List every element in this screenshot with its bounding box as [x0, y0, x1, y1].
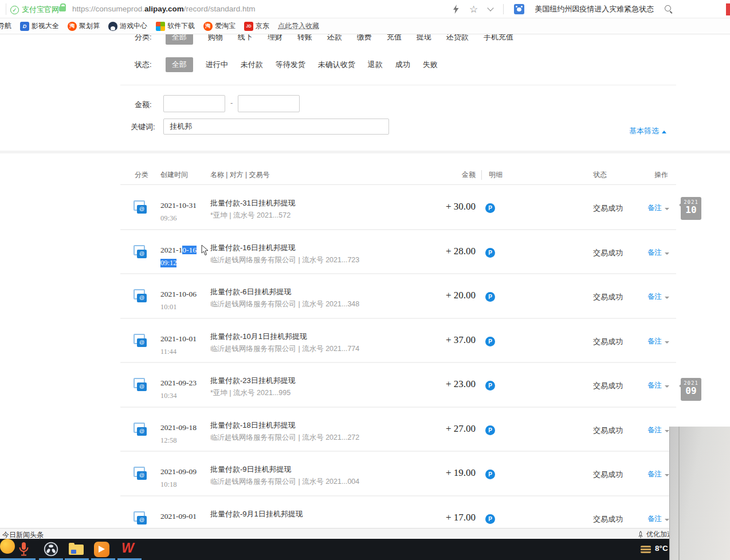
windows-icon — [156, 22, 165, 31]
row-amount: + 20.00 — [367, 290, 476, 301]
row-status: 交易成功 — [593, 381, 623, 391]
detail-icon[interactable]: P — [485, 203, 495, 213]
amount-max-input[interactable] — [238, 95, 300, 112]
row-created-time: 10:01 — [160, 303, 176, 311]
site-identity-badge[interactable]: ✓ 支付宝官网 — [10, 5, 59, 15]
active-app-indicator — [39, 558, 63, 560]
remark-button[interactable]: 备注 — [647, 381, 669, 391]
divider — [6, 3, 6, 15]
bookmark-item[interactable]: JD京东 — [244, 21, 269, 31]
detail-icon[interactable]: P — [485, 514, 495, 524]
row-amount: + 23.00 — [367, 378, 476, 390]
bookmark-star-icon[interactable]: ☆ — [469, 5, 478, 14]
detail-icon[interactable]: P — [485, 292, 495, 302]
status-option[interactable]: 等待发货 — [276, 60, 305, 70]
bookmark-item[interactable]: 淘聚划算 — [68, 21, 100, 31]
basic-filter-link[interactable]: 基本筛选 — [629, 126, 666, 136]
remark-button[interactable]: 备注 — [647, 425, 669, 435]
news-logo-icon[interactable] — [514, 4, 524, 14]
row-title: 批量付款-16日挂机邦提现 — [210, 243, 296, 253]
search-icon[interactable] — [664, 5, 673, 14]
remark-button[interactable]: 备注 — [647, 337, 669, 346]
detail-icon[interactable]: P — [485, 337, 495, 346]
header-created: 创建时间 — [160, 170, 188, 180]
row-created-time: 10:18 — [160, 480, 176, 489]
batch-payment-icon: @ — [134, 423, 148, 437]
category-option[interactable]: 手机充值 — [484, 34, 513, 42]
category-option[interactable]: 还款 — [327, 34, 342, 42]
category-option[interactable]: 全部 — [166, 34, 193, 45]
remark-button[interactable]: 备注 — [647, 514, 669, 524]
lightning-icon[interactable] — [453, 5, 459, 14]
category-option[interactable]: 理财 — [268, 34, 282, 42]
row-party: 临沂超钱网络服务有限公司 | 流水号 2021...272 — [210, 433, 359, 443]
batch-payment-icon: @ — [134, 289, 148, 304]
header-name: 名称 | 对方 | 交易号 — [210, 170, 270, 180]
category-option[interactable]: 提现 — [417, 34, 431, 42]
bookmark-label: 聚划算 — [79, 21, 100, 31]
bookmark-item[interactable]: 淘爱淘宝 — [203, 21, 236, 31]
active-app-indicator — [91, 558, 115, 560]
marker-month: 10 — [681, 205, 701, 215]
detail-icon[interactable]: P — [485, 425, 495, 435]
news-ticker[interactable]: 美国纽约州因疫情进入灾难紧急状态 — [535, 4, 654, 14]
table-row: @2021-10-3109:36批量付款-31日挂机邦提现*亚坤 | 流水号 2… — [120, 186, 676, 230]
category-option[interactable]: 线下 — [238, 34, 253, 42]
temperature-widget[interactable]: 8°C — [655, 544, 668, 553]
detail-icon[interactable]: P — [485, 248, 495, 258]
status-option[interactable]: 失败 — [423, 60, 438, 70]
row-amount: + 30.00 — [367, 201, 476, 212]
bookmark-item[interactable]: 导航 — [0, 21, 11, 31]
bookmark-item[interactable]: D影视大全 — [20, 21, 59, 31]
remark-button[interactable]: 备注 — [647, 292, 669, 302]
row-status: 交易成功 — [593, 425, 623, 436]
video-editor-app-icon[interactable] — [94, 542, 109, 557]
batch-payment-icon: @ — [134, 467, 148, 482]
category-option[interactable]: 购物 — [208, 34, 223, 42]
category-option[interactable]: 缴费 — [357, 34, 372, 42]
row-party: *亚坤 | 流水号 2021...572 — [210, 211, 291, 220]
status-option[interactable]: 未付款 — [241, 60, 263, 70]
row-title: 批量付款-6日挂机邦提现 — [210, 287, 292, 297]
status-option[interactable]: 成功 — [395, 60, 410, 70]
bookmark-item[interactable]: 点此导入收藏 — [278, 21, 319, 31]
keyword-input[interactable] — [163, 119, 389, 135]
table-row: @2021-09-01批量付款-9月1日挂机邦提现+ 17.00P交易成功备注 — [120, 496, 676, 529]
microphone-app-icon[interactable] — [18, 542, 30, 558]
remark-button[interactable]: 备注 — [647, 248, 669, 258]
remark-button[interactable]: 备注 — [647, 470, 669, 479]
row-created-time: 09:12 — [160, 259, 176, 267]
taskbar-app-partial-icon[interactable] — [0, 539, 15, 554]
detail-icon[interactable]: P — [485, 470, 495, 479]
row-party: 临沂超钱网络服务有限公司 | 流水号 2021...774 — [210, 344, 359, 354]
row-title: 批量付款-10月1日挂机邦提现 — [210, 332, 307, 342]
file-explorer-icon[interactable] — [69, 545, 84, 555]
status-option[interactable]: 进行中 — [206, 60, 228, 70]
row-party: 临沂超钱网络服务有限公司 | 流水号 2021...004 — [210, 477, 359, 487]
bookmark-item[interactable]: 游戏中心 — [108, 21, 147, 31]
table-row: @2021-09-1812:58批量付款-18日挂机邦提现临沂超钱网络服务有限公… — [120, 408, 676, 452]
table-row: @2021-10-0111:44批量付款-10月1日挂机邦提现临沂超钱网络服务有… — [120, 319, 676, 364]
detail-icon[interactable]: P — [485, 381, 495, 391]
browser-extension-icon[interactable] — [726, 3, 730, 15]
obs-app-icon[interactable] — [44, 542, 58, 558]
input-method-icon[interactable] — [641, 546, 651, 553]
url-text[interactable]: https://consumeprod.alipay.com/record/st… — [72, 5, 255, 13]
bookmark-item[interactable]: 软件下载 — [156, 21, 195, 31]
status-option[interactable]: 退款 — [368, 60, 383, 70]
category-option[interactable]: 充值 — [387, 34, 402, 42]
category-option[interactable]: 转账 — [297, 34, 312, 42]
optimize-accelerate-button[interactable]: 优化加速 — [637, 530, 674, 539]
status-option[interactable]: 全部 — [166, 57, 193, 72]
chevron-down-icon[interactable] — [488, 5, 494, 11]
remark-button[interactable]: 备注 — [647, 203, 669, 213]
row-title: 批量付款-18日挂机邦提现 — [210, 420, 296, 431]
status-option[interactable]: 未确认收货 — [318, 60, 355, 70]
category-option[interactable]: 还贷款 — [446, 34, 469, 42]
row-title: 批量付款-9月1日挂机邦提现 — [210, 509, 303, 519]
wps-app-icon[interactable]: W — [121, 541, 134, 556]
amount-min-input[interactable] — [163, 95, 225, 112]
row-party: 临沂超钱网络服务有限公司 | 流水号 2021...348 — [210, 299, 359, 309]
tao-icon: 淘 — [68, 22, 77, 31]
divider — [120, 85, 676, 85]
